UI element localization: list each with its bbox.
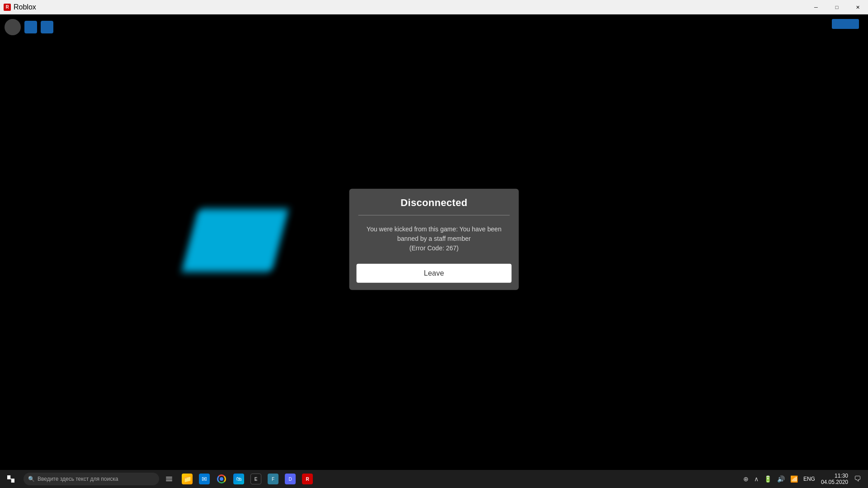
chevron-up-icon[interactable]: ∧	[753, 475, 760, 483]
taskbar-app-chrome[interactable]	[213, 470, 230, 488]
app-icon: R	[4, 4, 11, 11]
taskbar: 🔍 Введите здесь текст для поиска 📁 ✉ 🛍 E…	[0, 470, 868, 488]
close-button[interactable]: ✕	[847, 0, 868, 14]
windows-icon	[7, 475, 14, 483]
store-icon: 🛍	[233, 474, 244, 484]
game-viewport: Disconnected You were kicked from this g…	[0, 14, 868, 474]
leave-button[interactable]: Leave	[357, 263, 512, 282]
notification-button[interactable]: 🗨	[851, 470, 864, 488]
language-label[interactable]: ENG	[802, 476, 816, 482]
search-placeholder-text: Введите здесь текст для поиска	[38, 476, 118, 482]
start-button[interactable]	[0, 470, 22, 488]
mail-icon: ✉	[199, 474, 210, 484]
dialog-header: Disconnected	[349, 188, 519, 215]
network-wifi-icon[interactable]: 📶	[789, 475, 799, 483]
clock[interactable]: 11:30 04.05.2020	[821, 473, 848, 485]
task-view-icon	[166, 477, 172, 481]
task-view-button[interactable]	[161, 470, 177, 488]
dialog-body: You were kicked from this game: You have…	[349, 215, 519, 262]
game-decoration	[181, 209, 289, 272]
taskbar-app-mail[interactable]: ✉	[196, 470, 212, 488]
taskbar-app-store[interactable]: 🛍	[231, 470, 247, 488]
maximize-button[interactable]: □	[826, 0, 847, 14]
window-title: Roblox	[14, 3, 36, 11]
search-icon: 🔍	[28, 476, 35, 482]
clock-time: 11:30	[821, 473, 848, 479]
volume-icon[interactable]: 🔊	[776, 475, 786, 483]
game-top-right-ui	[832, 19, 859, 29]
taskbar-app-files2[interactable]: F	[265, 470, 281, 488]
taskbar-app-roblox[interactable]: R	[299, 470, 316, 488]
dialog-title: Disconnected	[401, 197, 467, 208]
taskbar-app-explorer[interactable]: 📁	[179, 470, 195, 488]
clock-date: 04.05.2020	[821, 479, 848, 485]
notification-icon: 🗨	[854, 475, 861, 483]
chrome-icon	[217, 474, 226, 483]
system-tray: ⊕ ∧ 🔋 🔊 📶 ENG 11:30 04.05.2020 🗨	[742, 470, 868, 488]
battery-icon[interactable]: 🔋	[763, 475, 773, 483]
title-bar: R Roblox ─ □ ✕	[0, 0, 868, 14]
roblox-icon: R	[302, 474, 313, 484]
epic-icon: E	[250, 474, 261, 484]
ui-button-2[interactable]	[41, 21, 53, 33]
dialog-message: You were kicked from this game: You have…	[367, 225, 501, 251]
taskbar-app-epic[interactable]: E	[248, 470, 264, 488]
taskbar-app-discord[interactable]: D	[282, 470, 298, 488]
discord-icon: D	[285, 474, 296, 484]
avatar-icon	[5, 19, 21, 35]
network-icon[interactable]: ⊕	[742, 475, 750, 483]
files2-icon: F	[268, 474, 278, 484]
disconnected-dialog: Disconnected You were kicked from this g…	[349, 188, 519, 290]
minimize-button[interactable]: ─	[806, 0, 826, 14]
dialog-footer: Leave	[349, 262, 519, 290]
game-top-ui	[5, 19, 53, 35]
ui-button-1[interactable]	[24, 21, 37, 33]
folder-icon: 📁	[182, 474, 193, 484]
search-bar[interactable]: 🔍 Введите здесь текст для поиска	[24, 473, 159, 485]
pinned-apps: 📁 ✉ 🛍 E F D R	[179, 470, 316, 488]
window-controls: ─ □ ✕	[806, 0, 868, 14]
